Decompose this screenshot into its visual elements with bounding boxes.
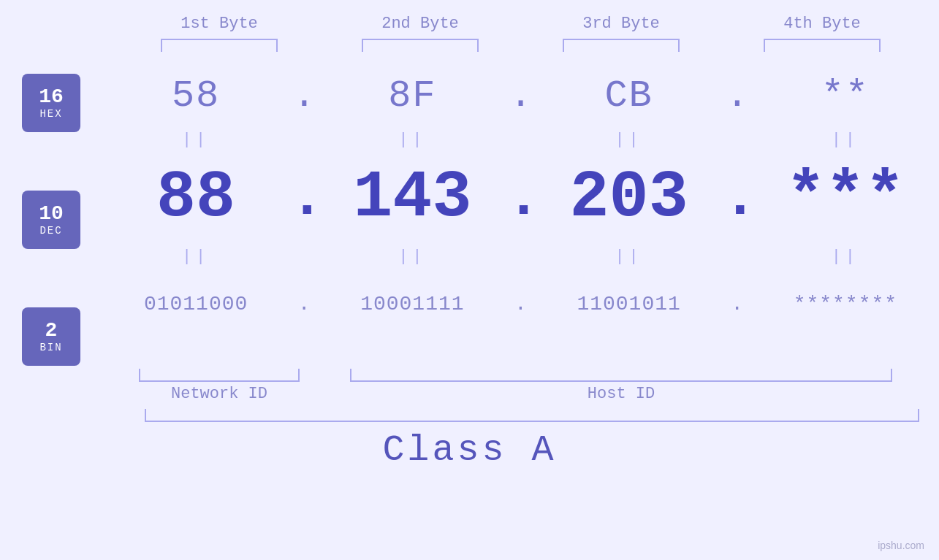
dec-b3-value: 203: [570, 161, 688, 235]
hex-dot-1: .: [289, 74, 319, 118]
dec-dot-3: .: [723, 165, 752, 231]
hex-badge: 16 HEX: [22, 74, 80, 132]
base-labels: 16 HEX 10 DEC 2 BIN: [0, 66, 102, 366]
content-area: 16 HEX 10 DEC 2 BIN 58 . 8F: [0, 66, 939, 366]
eq-cell-3: ||: [536, 131, 723, 149]
dec-b1-value: 88: [156, 161, 235, 235]
net-bracket-line: [139, 369, 300, 382]
hex-dot-3: .: [723, 74, 752, 118]
dec-b1-cell: 88: [102, 161, 289, 235]
bin-b2-cell: 10001111: [319, 293, 506, 315]
top-bracket-1: [161, 39, 278, 52]
dec-number: 10: [39, 203, 64, 226]
dec-b3-cell: 203: [536, 161, 723, 235]
main-container: 1st Byte 2nd Byte 3rd Byte 4th Byte 16 H…: [0, 0, 939, 560]
bin-b4-cell: ********: [752, 293, 939, 315]
host-id-label: Host ID: [320, 385, 923, 403]
bracket-cell-4: [722, 39, 923, 52]
hex-b2-cell: 8F: [319, 74, 506, 118]
hex-b4-cell: **: [752, 74, 939, 118]
bin-number: 2: [45, 320, 58, 342]
dec-b2-value: 143: [353, 161, 471, 235]
bottom-bracket-area: [119, 369, 923, 382]
byte2-header: 2nd Byte: [320, 15, 521, 39]
byte3-header: 3rd Byte: [521, 15, 722, 39]
eq-cell-1: ||: [102, 131, 289, 149]
bin-dot-1: .: [289, 293, 319, 315]
eq-cell-7: ||: [536, 248, 723, 266]
eq-cell-2: ||: [319, 131, 506, 149]
hex-b2-value: 8F: [388, 74, 436, 118]
bin-row: 01011000 . 10001111 . 11001011 . *******…: [102, 271, 939, 337]
bracket-cell-2: [320, 39, 521, 52]
dec-badge: 10 DEC: [22, 191, 80, 249]
dec-b4-cell: ***: [752, 161, 939, 235]
network-id-label: Network ID: [119, 385, 320, 403]
hex-b4-value: **: [821, 74, 870, 118]
host-bracket-line: [350, 369, 893, 382]
bin-b3-value: 11001011: [577, 293, 680, 315]
host-bracket-wrap: [320, 369, 923, 382]
class-label: Class A: [382, 429, 556, 471]
equals-row-1: || || || ||: [102, 125, 939, 154]
top-bracket-2: [362, 39, 479, 52]
dec-b2-cell: 143: [319, 161, 506, 235]
dec-dot-1: .: [289, 165, 319, 231]
bin-badge: 2 BIN: [22, 307, 80, 366]
dec-row: 88 . 143 . 203 . ***: [102, 154, 939, 242]
dec-b4-value: ***: [786, 161, 905, 235]
watermark: ipshu.com: [878, 540, 924, 551]
dec-dot-2: .: [506, 165, 536, 231]
bracket-cell-3: [521, 39, 722, 52]
byte1-header: 1st Byte: [119, 15, 320, 39]
hex-b1-cell: 58: [102, 74, 289, 118]
net-bracket-wrap: [119, 369, 320, 382]
bin-b3-cell: 11001011: [536, 293, 723, 315]
bin-b1-cell: 01011000: [102, 293, 289, 315]
hex-dot-2: .: [506, 74, 536, 118]
hex-b3-cell: CB: [536, 74, 723, 118]
eq-cell-6: ||: [319, 248, 506, 266]
hex-b1-value: 58: [172, 74, 220, 118]
class-label-row: Class A: [0, 429, 939, 471]
bin-dot-3: .: [723, 293, 752, 315]
bin-b4-value: ********: [794, 293, 897, 315]
top-bracket-4: [764, 39, 881, 52]
full-bracket-bottom: [145, 409, 919, 422]
data-grid: 58 . 8F . CB . ** || ||: [102, 66, 939, 337]
top-bracket-3: [563, 39, 680, 52]
bin-b2-value: 10001111: [360, 293, 464, 315]
byte-headers: 1st Byte 2nd Byte 3rd Byte 4th Byte: [119, 15, 923, 39]
hex-label: HEX: [39, 108, 62, 120]
eq-cell-4: ||: [752, 131, 939, 149]
byte4-header: 4th Byte: [722, 15, 923, 39]
hex-row: 58 . 8F . CB . **: [102, 66, 939, 125]
equals-row-2: || || || ||: [102, 242, 939, 271]
top-brackets: [119, 39, 923, 52]
bin-label: BIN: [39, 342, 62, 353]
bracket-cell-1: [119, 39, 320, 52]
bin-dot-2: .: [506, 293, 536, 315]
eq-cell-5: ||: [102, 248, 289, 266]
hex-number: 16: [39, 86, 64, 109]
dec-label: DEC: [39, 225, 62, 237]
eq-cell-8: ||: [752, 248, 939, 266]
hex-b3-value: CB: [604, 74, 653, 118]
bin-b1-value: 01011000: [144, 293, 248, 315]
id-labels-row: Network ID Host ID: [119, 385, 923, 403]
